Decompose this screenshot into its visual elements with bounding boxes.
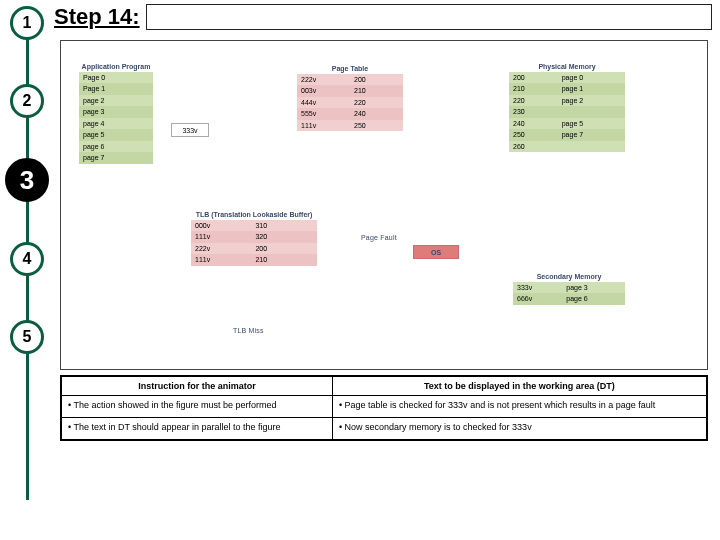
table-row: 260 [509,141,558,152]
table-row: 250 [509,129,558,140]
table-row: Page 1 [79,83,153,94]
physical-memory-table: 200page 0 210page 1 220page 2 230 240pag… [509,72,625,152]
page-table-caption: Page Table [297,65,403,72]
table-row: 000v [191,220,251,231]
instr-left-1: The action showed in the figure must be … [62,396,333,418]
secondary-memory: Secondary Memory 333vpage 3 666vpage 6 [513,273,625,305]
physical-memory: Physical Memory 200page 0 210page 1 220p… [509,63,625,152]
header: Step 14: [54,2,712,32]
table-row: 111v [191,231,251,242]
table-row: 230 [509,106,558,117]
table-row: 210 [509,83,558,94]
instr-right-1: Page table is checked for 333v and is no… [332,396,706,418]
application-program: Application Program Page 0 Page 1 page 2… [79,63,153,164]
diagram-canvas: Application Program Page 0 Page 1 page 2… [60,40,708,370]
secondary-memory-table: 333vpage 3 666vpage 6 [513,282,625,305]
step-1: 1 [10,6,44,40]
instr-head-left: Instruction for the animator [62,377,333,396]
table-row: 222v [191,243,251,254]
step-rail: 1 2 3 4 5 [0,0,54,540]
table-row: 222v [297,74,350,85]
table-row: page 4 [79,118,153,129]
page-table: Page Table 222v200 003v210 444v220 555v2… [297,65,403,131]
app-program-caption: Application Program [79,63,153,70]
table-row: page 2 [79,95,153,106]
tlb-caption: TLB (Translation Lookaside Buffer) [191,211,317,218]
os-box: OS [413,245,459,259]
table-row: 666v [513,293,562,304]
table-row: 240 [509,118,558,129]
table-row: 200 [509,72,558,83]
tlb-miss-label: TLB Miss [233,327,264,334]
table-row: page 5 [79,129,153,140]
table-row [191,266,251,268]
instr-head-right: Text to be displayed in the working area… [332,377,706,396]
table-row: 111v [191,254,251,265]
tlb: TLB (Translation Lookaside Buffer) 000v3… [191,211,317,268]
table-row: page 7 [79,152,153,163]
table-row: page 6 [79,141,153,152]
step-title: Step 14: [54,4,140,30]
tlb-table: 000v310 111v320 222v200 111v210 [191,220,317,268]
table-row: 333v [513,282,562,293]
secondary-memory-caption: Secondary Memory [513,273,625,280]
step-2: 2 [10,84,44,118]
instr-right-2: Now secondary memory is to checked for 3… [332,418,706,440]
step-5: 5 [10,320,44,354]
page-table-table: 222v200 003v210 444v220 555v240 111v250 [297,74,403,131]
table-row: Page 0 [79,72,153,83]
table-row: 555v [297,108,350,119]
table-row: 111v [297,120,350,131]
instr-left-2: The text in DT should appear in parallel… [62,418,333,440]
app-program-table: Page 0 Page 1 page 2 page 3 page 4 page … [79,72,153,164]
title-input-box [146,4,712,30]
page-fault-label: Page Fault [361,234,397,241]
virtual-address-box: 333v [171,123,209,137]
physical-memory-caption: Physical Memory [509,63,625,70]
step-3-current: 3 [5,158,49,202]
table-row: 003v [297,85,350,96]
table-row: page 3 [79,106,153,117]
table-row: 444v [297,97,350,108]
step-4: 4 [10,242,44,276]
instruction-table: Instruction for the animator Text to be … [60,375,708,441]
table-row: 220 [509,95,558,106]
